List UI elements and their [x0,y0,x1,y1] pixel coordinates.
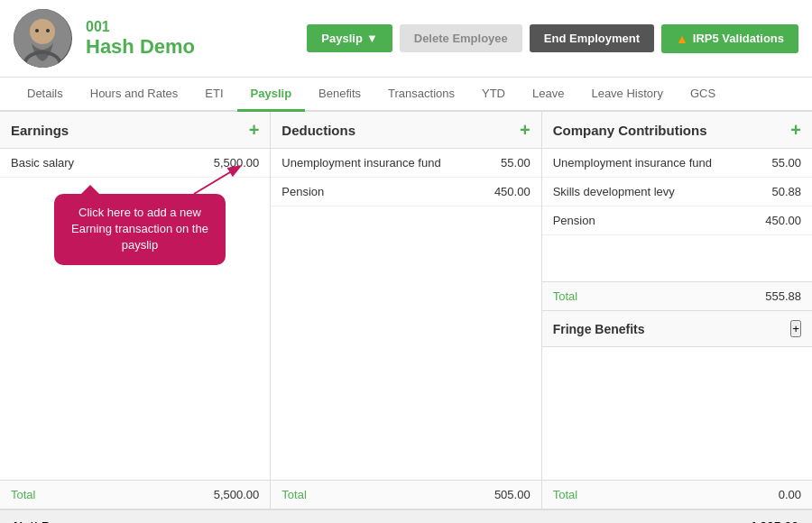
tab-gcs[interactable]: GCS [677,78,729,112]
earnings-header: Earnings + [0,112,270,149]
deductions-title: Deductions [281,123,355,138]
delete-employee-button[interactable]: Delete Employee [400,24,522,52]
company-contributions-header: Company Contributions + [542,112,812,149]
earnings-total-label: Total [11,488,35,501]
fringe-benefits-title: Fringe Benefits [553,322,645,336]
fringe-benefits-total-value: 0.00 [779,488,801,501]
deduction-pension-label: Pension [281,185,324,198]
tab-eti[interactable]: ETI [191,78,236,112]
contribution-uif-label: Unemployment insurance fund [553,156,712,170]
tab-leave-history[interactable]: Leave History [577,78,676,112]
contribution-sdl: Skills development levy 50.88 [542,178,812,206]
tab-transactions[interactable]: Transactions [374,78,468,112]
tab-ytd[interactable]: YTD [468,78,519,112]
fringe-benefits-footer: Total 0.00 [542,480,812,509]
dropdown-arrow-icon: ▼ [366,32,378,45]
company-contributions-title: Company Contributions [553,123,707,138]
contribution-pension-label: Pension [553,214,595,227]
deductions-total-value: 505.00 [494,488,531,501]
add-earning-button[interactable]: + [249,121,260,139]
nett-pay-label: Nett Pay [14,519,64,523]
main-content: Earnings + Basic salary 5,500.00 Click h… [0,112,812,509]
avatar [14,9,72,68]
employee-id: 001 [86,19,293,35]
warning-icon: ▲ [676,32,688,46]
svg-point-4 [35,29,39,32]
company-contributions-total-label: Total [553,289,577,303]
contribution-uif: Unemployment insurance fund 55.00 [542,149,812,178]
deduction-uif-label: Unemployment insurance fund [281,156,440,170]
deductions-footer: Total 505.00 [271,480,540,509]
nett-pay-value: 4,995.00 [750,519,799,523]
earning-amount: 5,500.00 [214,156,260,170]
add-deduction-button[interactable]: + [520,121,531,139]
deductions-column: Deductions + Unemployment insurance fund… [271,112,541,509]
deductions-header: Deductions + [271,112,540,149]
deduction-item-pension: Pension 450.00 [271,178,540,206]
deduction-item-uif: Unemployment insurance fund 55.00 [271,149,540,178]
deduction-pension-amount: 450.00 [494,185,531,198]
earnings-column: Earnings + Basic salary 5,500.00 Click h… [0,112,271,509]
deductions-total-label: Total [281,488,306,501]
fringe-benefits-header: Fringe Benefits + [542,310,812,347]
fringe-benefits-total-label: Total [553,488,577,501]
earnings-item: Basic salary 5,500.00 [0,149,270,178]
nav-tabs: Details Hours and Rates ETI Payslip Bene… [0,78,812,112]
tab-leave[interactable]: Leave [519,78,577,112]
irp5-validations-button[interactable]: ▲ IRP5 Validations [661,24,798,53]
contribution-sdl-label: Skills development levy [553,185,675,198]
nett-pay-bar: Nett Pay 4,995.00 [0,509,812,523]
earnings-footer: Total 5,500.00 [0,480,270,509]
add-fringe-benefit-button[interactable]: + [790,320,801,337]
tab-hours-and-rates[interactable]: Hours and Rates [77,78,192,112]
earnings-body: Basic salary 5,500.00 Click here to add … [0,149,270,480]
deductions-body: Unemployment insurance fund 55.00 Pensio… [271,149,540,480]
employee-fullname: Hash Demo [86,35,293,59]
tab-payslip[interactable]: Payslip [237,78,306,112]
tab-benefits[interactable]: Benefits [305,78,374,112]
add-contribution-button[interactable]: + [790,121,801,139]
page-header: 001 Hash Demo Payslip ▼ Delete Employee … [0,0,812,78]
contribution-pension: Pension 450.00 [542,206,812,235]
earnings-total-value: 5,500.00 [214,488,260,501]
deduction-uif-amount: 55.00 [501,156,531,170]
contribution-sdl-amount: 50.88 [771,185,801,198]
company-contributions-body: Unemployment insurance fund 55.00 Skills… [542,149,812,281]
earning-label: Basic salary [11,156,74,170]
contribution-uif-amount: 55.00 [771,156,801,170]
payslip-button[interactable]: Payslip ▼ [307,24,392,52]
fringe-benefits-body [542,347,812,480]
company-contributions-footer: Total 555.88 [542,281,812,310]
company-contributions-total-value: 555.88 [765,289,801,303]
header-buttons: Payslip ▼ Delete Employee End Employment… [307,24,798,53]
company-contributions-column: Company Contributions + Unemployment ins… [542,112,812,509]
tab-details[interactable]: Details [14,78,77,112]
svg-point-5 [46,29,50,32]
tooltip-bubble: Click here to add a new Earning transact… [54,194,226,265]
earnings-title: Earnings [11,123,69,138]
employee-name-block: 001 Hash Demo [86,19,293,59]
svg-point-1 [30,19,55,44]
end-employment-button[interactable]: End Employment [530,24,654,52]
contribution-pension-amount: 450.00 [765,214,801,227]
